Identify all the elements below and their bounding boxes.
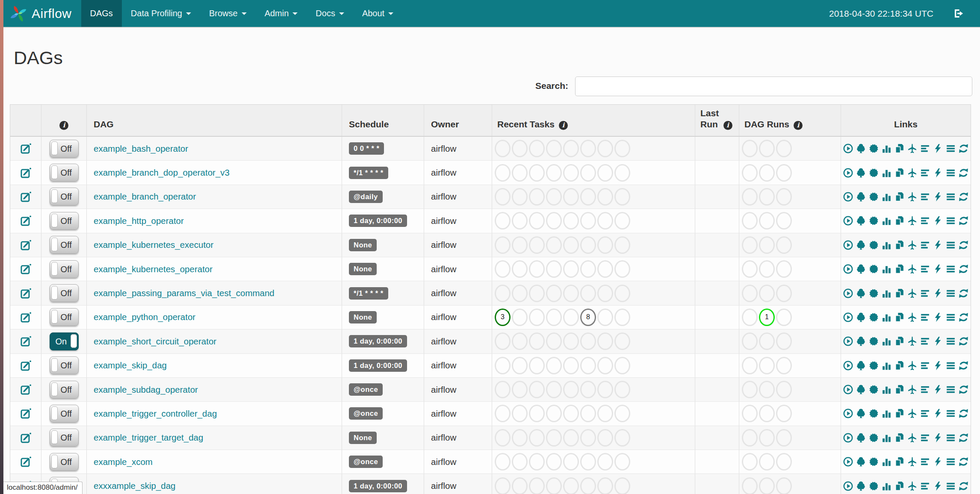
graph-view-icon[interactable]	[868, 240, 879, 250]
edit-dag-button[interactable]	[20, 384, 32, 395]
task-state-circle[interactable]: 3	[495, 309, 511, 326]
task-state-circle[interactable]	[563, 309, 579, 326]
task-state-circle[interactable]	[563, 405, 579, 422]
tree-view-icon[interactable]	[856, 336, 866, 347]
task-state-circle[interactable]	[563, 212, 579, 229]
code-view-icon[interactable]	[933, 481, 943, 491]
edit-dag-button[interactable]	[20, 215, 32, 226]
gantt-view-icon[interactable]	[920, 240, 930, 250]
refresh-icon[interactable]	[958, 360, 969, 371]
refresh-icon[interactable]	[958, 191, 969, 202]
task-state-circle[interactable]	[512, 381, 528, 398]
trigger-dag-icon[interactable]	[843, 191, 853, 202]
graph-view-icon[interactable]	[868, 432, 879, 443]
tree-view-icon[interactable]	[856, 143, 866, 154]
task-state-circle[interactable]	[546, 405, 562, 422]
schedule-badge[interactable]: None	[349, 432, 377, 444]
task-state-circle[interactable]	[546, 332, 562, 350]
dag-run-state-circle[interactable]	[759, 453, 775, 470]
dag-pause-toggle[interactable]: Off	[50, 140, 79, 158]
dag-pause-toggle[interactable]: Off	[50, 284, 79, 302]
task-state-circle[interactable]	[580, 477, 596, 494]
dag-pause-toggle[interactable]: Off	[50, 429, 79, 447]
dag-run-state-circle[interactable]	[776, 164, 792, 182]
dag-run-state-circle[interactable]	[759, 477, 775, 494]
task-state-circle[interactable]	[495, 405, 511, 422]
dag-run-state-circle[interactable]	[742, 405, 758, 422]
dag-link[interactable]: example_branch_operator	[94, 191, 196, 202]
dag-run-state-circle[interactable]	[742, 164, 758, 182]
logs-icon[interactable]	[945, 408, 956, 419]
task-state-circle[interactable]	[614, 140, 630, 157]
task-state-circle[interactable]	[580, 332, 596, 350]
landing-times-icon[interactable]	[907, 312, 918, 323]
graph-view-icon[interactable]	[868, 264, 879, 274]
gantt-view-icon[interactable]	[920, 408, 930, 419]
task-state-circle[interactable]	[614, 212, 630, 229]
task-state-circle[interactable]	[563, 429, 579, 447]
dag-pause-toggle[interactable]: Off	[50, 453, 79, 471]
task-state-circle[interactable]	[597, 260, 613, 278]
logs-icon[interactable]	[945, 215, 956, 226]
edit-dag-button[interactable]	[20, 335, 32, 347]
dag-run-state-circle[interactable]	[742, 212, 758, 229]
gantt-view-icon[interactable]	[920, 191, 930, 202]
dag-run-state-circle[interactable]	[742, 309, 758, 326]
graph-view-icon[interactable]	[868, 191, 879, 202]
schedule-badge[interactable]: 1 day, 0:00:00	[349, 215, 407, 227]
edit-dag-button[interactable]	[20, 143, 32, 154]
graph-view-icon[interactable]	[868, 456, 879, 467]
landing-times-icon[interactable]	[907, 336, 918, 347]
nav-item-dags[interactable]: DAGs	[81, 0, 122, 27]
task-duration-icon[interactable]	[881, 312, 892, 323]
code-view-icon[interactable]	[933, 312, 943, 323]
task-state-circle[interactable]	[614, 357, 630, 374]
dag-run-state-circle[interactable]	[776, 188, 792, 206]
logs-icon[interactable]	[945, 456, 956, 467]
dag-pause-toggle[interactable]: Off	[50, 356, 79, 374]
task-state-circle[interactable]	[512, 236, 528, 254]
task-state-circle[interactable]	[495, 140, 511, 157]
header-dag-runs[interactable]: DAG Runs i	[739, 105, 841, 136]
task-state-circle[interactable]	[597, 212, 613, 229]
graph-view-icon[interactable]	[868, 143, 879, 154]
dag-run-state-circle[interactable]	[776, 332, 792, 350]
dag-link[interactable]: exxxample_skip_dag	[94, 481, 175, 491]
dag-run-state-circle[interactable]	[776, 453, 792, 470]
info-icon[interactable]: i	[559, 121, 568, 130]
navbar-brand[interactable]: Airflow	[3, 0, 81, 27]
gantt-view-icon[interactable]	[920, 168, 930, 178]
dag-run-state-circle[interactable]	[759, 357, 775, 374]
task-tries-icon[interactable]	[894, 264, 905, 274]
task-state-circle[interactable]	[495, 357, 511, 374]
dag-run-state-circle[interactable]	[742, 429, 758, 447]
code-view-icon[interactable]	[933, 432, 943, 443]
edit-dag-button[interactable]	[20, 288, 32, 299]
gantt-view-icon[interactable]	[920, 288, 930, 299]
graph-view-icon[interactable]	[868, 215, 879, 226]
refresh-icon[interactable]	[958, 288, 969, 299]
task-state-circle[interactable]	[512, 140, 528, 157]
task-tries-icon[interactable]	[894, 360, 905, 371]
gantt-view-icon[interactable]	[920, 336, 930, 347]
landing-times-icon[interactable]	[907, 408, 918, 419]
task-state-circle[interactable]	[529, 164, 545, 182]
code-view-icon[interactable]	[933, 215, 943, 226]
header-dag[interactable]: DAG	[87, 105, 342, 136]
task-state-circle[interactable]	[529, 236, 545, 254]
logs-icon[interactable]	[945, 168, 956, 178]
task-state-circle[interactable]	[597, 453, 613, 470]
task-tries-icon[interactable]	[894, 191, 905, 202]
dag-pause-toggle[interactable]: On	[50, 332, 79, 350]
task-duration-icon[interactable]	[881, 215, 892, 226]
dag-run-state-circle[interactable]: 1	[759, 309, 775, 326]
task-state-circle[interactable]	[512, 357, 528, 374]
code-view-icon[interactable]	[933, 360, 943, 371]
dag-run-state-circle[interactable]	[759, 429, 775, 447]
task-tries-icon[interactable]	[894, 481, 905, 491]
nav-item-docs[interactable]: Docs	[307, 0, 353, 27]
nav-item-about[interactable]: About	[353, 0, 402, 27]
dag-link[interactable]: example_http_operator	[94, 216, 184, 226]
dag-run-state-circle[interactable]	[742, 477, 758, 494]
task-state-circle[interactable]	[546, 357, 562, 374]
